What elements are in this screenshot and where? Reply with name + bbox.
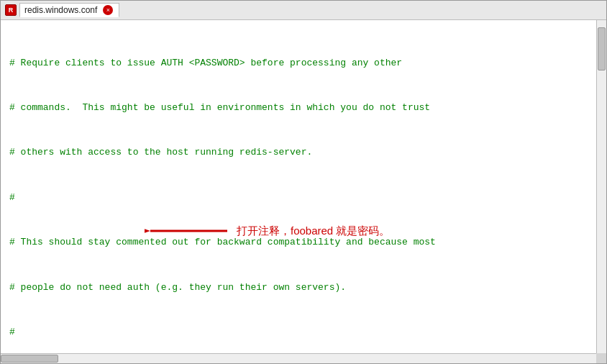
main-window: R redis.windows.conf × # Require clients… (0, 0, 607, 364)
code-line-2: # commands. This might be useful in envi… (9, 101, 598, 116)
code-line-3: # others with access to the host running… (9, 145, 598, 160)
title-bar: R redis.windows.conf × (1, 1, 606, 20)
app-icon: R (5, 4, 17, 16)
code-line-6: # people do not need auth (e.g. they run… (9, 281, 598, 296)
code-line-4: # (9, 191, 598, 206)
tab-label: redis.windows.conf (24, 5, 97, 15)
tab-close-button[interactable]: × (103, 5, 113, 15)
vertical-scrollbar-thumb[interactable] (598, 27, 606, 70)
editor-area: # Require clients to issue AUTH <PASSWOR… (1, 20, 606, 363)
file-tab[interactable]: redis.windows.conf × (19, 3, 119, 17)
horizontal-scrollbar-thumb[interactable] (1, 355, 58, 363)
horizontal-scrollbar[interactable] (1, 353, 596, 363)
close-icon: × (106, 7, 110, 14)
code-editor[interactable]: # Require clients to issue AUTH <PASSWOR… (1, 20, 606, 363)
code-line-7: # (9, 325, 598, 340)
code-line-1: # Require clients to issue AUTH <PASSWOR… (9, 56, 598, 71)
app-icon-letter: R (9, 6, 14, 14)
code-line-5: # This should stay commented out for bac… (9, 235, 598, 250)
scrollbar-corner (596, 353, 606, 363)
vertical-scrollbar[interactable] (596, 20, 606, 353)
